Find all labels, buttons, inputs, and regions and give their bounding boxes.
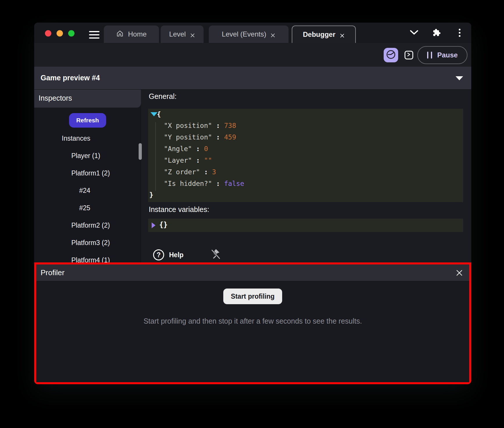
debugger-toolbar: Pause [34, 43, 471, 67]
game-preview-selector[interactable]: Game preview #4 [34, 67, 471, 90]
home-icon [116, 30, 124, 39]
general-section-label: General: [149, 92, 177, 101]
close-icon[interactable] [340, 32, 345, 37]
unpin-icon[interactable] [211, 248, 221, 262]
sidebar-item-platform1[interactable]: Platform1 (2) [71, 169, 110, 177]
profiler-header: Profiler [36, 264, 469, 281]
pause-icon [427, 52, 432, 59]
chevron-down-icon[interactable] [409, 30, 419, 37]
pause-label: Pause [437, 51, 458, 59]
instance-variables-label: Instance variables: [149, 205, 209, 214]
hamburger-menu-icon[interactable] [89, 31, 99, 39]
instance-variables-value: {} [159, 221, 168, 229]
property-y-position: "Y position" : 459 [164, 131, 236, 143]
json-open-brace: { [157, 109, 161, 120]
chevron-right-icon [407, 52, 411, 58]
profiler-message: Start profiling and then stop it after a… [144, 317, 362, 325]
profiler-title: Profiler [41, 268, 64, 277]
expand-triangle-icon[interactable] [152, 222, 155, 228]
sidebar-item-platform3[interactable]: Platform3 (2) [71, 238, 110, 247]
property-layer: "Layer" : "" [164, 155, 212, 166]
close-icon[interactable] [190, 32, 195, 37]
collapse-triangle-icon[interactable] [151, 112, 157, 116]
help-button[interactable]: ? Help [153, 249, 184, 260]
sidebar-item-instances[interactable]: Instances [62, 134, 90, 143]
help-label: Help [169, 251, 184, 259]
tab-label: Level [169, 30, 186, 38]
question-mark-icon: ? [153, 249, 164, 260]
app-window: Home Level Level (Events) Debugger [34, 23, 471, 384]
property-z-order: "Z order" : 3 [164, 166, 216, 178]
indent-guide [155, 122, 156, 191]
refresh-button[interactable]: Refresh [69, 113, 106, 128]
extensions-puzzle-icon[interactable] [432, 28, 441, 39]
traffic-light-minimize[interactable] [57, 30, 63, 37]
title-bar: Home Level Level (Events) Debugger [34, 23, 471, 43]
speedometer-icon [386, 49, 396, 61]
console-button[interactable] [405, 51, 413, 59]
traffic-light-zoom[interactable] [68, 30, 75, 37]
game-preview-title: Game preview #4 [41, 74, 100, 82]
tab-level[interactable]: Level [161, 26, 204, 43]
json-close-brace: } [149, 189, 153, 200]
sidebar-item-instance-24[interactable]: #24 [79, 186, 90, 195]
sidebar-scrollbar-thumb[interactable] [139, 143, 142, 160]
property-x-position: "X position" : 738 [164, 120, 236, 131]
close-icon[interactable] [270, 32, 275, 37]
general-properties-json: { "X position" : 738 "Y position" : 459 … [148, 109, 463, 202]
pause-button[interactable]: Pause [417, 46, 467, 64]
property-is-hidden: "Is hidden?" : false [164, 178, 244, 189]
tab-label: Home [128, 30, 146, 38]
profiler-panel: Profiler Start profiling Start profiling… [34, 262, 471, 384]
tab-home[interactable]: Home [104, 26, 159, 43]
dropdown-caret-icon [456, 76, 463, 80]
traffic-light-close[interactable] [45, 30, 51, 37]
profiler-toggle-button[interactable] [384, 48, 398, 62]
inspectors-title: Inspectors [39, 94, 72, 102]
tab-level-events[interactable]: Level (Events) [209, 26, 289, 43]
instance-variables-row[interactable]: {} [148, 219, 463, 232]
tab-label: Debugger [303, 30, 335, 39]
sidebar-item-player[interactable]: Player (1) [71, 151, 100, 160]
inspectors-header: Inspectors [34, 90, 141, 108]
more-options-kebab-icon[interactable] [459, 29, 461, 38]
close-icon[interactable] [456, 269, 463, 276]
start-profiling-button[interactable]: Start profiling [223, 289, 282, 304]
profiler-body: Start profiling Start profiling and then… [36, 282, 469, 382]
tab-label: Level (Events) [222, 30, 266, 38]
property-angle: "Angle" : 0 [164, 143, 208, 155]
sidebar-item-platform2[interactable]: Platform2 (2) [71, 221, 110, 230]
tab-debugger[interactable]: Debugger [292, 26, 356, 43]
sidebar-item-instance-25[interactable]: #25 [79, 204, 90, 212]
